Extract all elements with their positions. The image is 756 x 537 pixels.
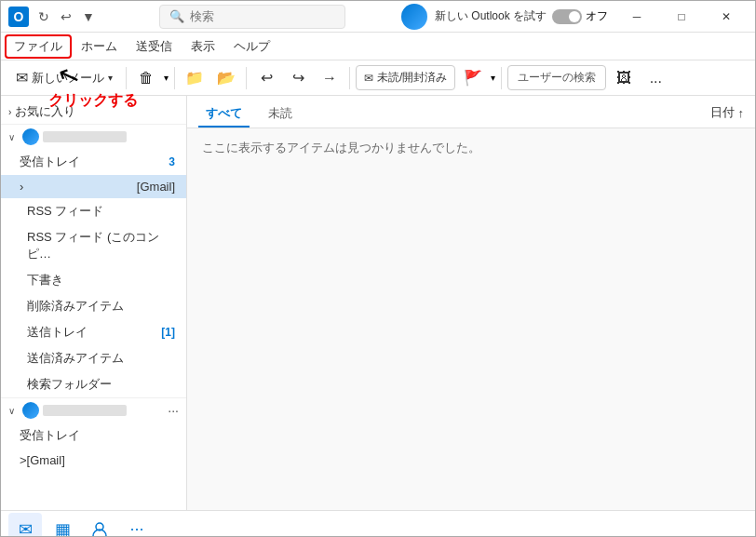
title-bar: O ↻ ↩ ▼ 🔍 新しい Outlook を試す オフ ─ □ ✕: [1, 1, 755, 33]
undo-button[interactable]: ↩: [252, 65, 280, 91]
nav-more-button[interactable]: ···: [120, 513, 154, 538]
menu-send-receive[interactable]: 送受信: [127, 34, 182, 59]
tab-all[interactable]: すべて: [198, 101, 250, 128]
new-email-icon: ✉: [16, 69, 28, 87]
sidebar: › お気に入り ∨ 受信トレイ 3 › [Gmail] RSS フィード RSS…: [1, 96, 187, 510]
deleted-label: 削除済みアイテム: [27, 298, 124, 315]
minimize-button[interactable]: ─: [615, 1, 658, 33]
sidebar-outbox[interactable]: 送信トレイ [1]: [1, 319, 186, 345]
sidebar-rss2[interactable]: RSS フィード (このコンピ…: [1, 224, 186, 267]
account1-header[interactable]: ∨: [1, 124, 186, 149]
unread-icon: ✉: [364, 72, 373, 85]
forward-button[interactable]: →: [316, 65, 344, 91]
undo-title-icon[interactable]: ↩: [57, 7, 75, 26]
toggle-label: オフ: [586, 8, 608, 24]
favorites-label: お気に入り: [15, 103, 75, 120]
sidebar-sent[interactable]: 送信済みアイテム: [1, 345, 186, 371]
outbox-label: 送信トレイ: [27, 324, 88, 341]
bottom-nav: ✉ ▦ ···: [1, 510, 755, 537]
nav-calendar-button[interactable]: ▦: [46, 513, 79, 538]
sep5: [501, 67, 502, 89]
account2-header[interactable]: ∨ ···: [1, 397, 186, 423]
restore-button[interactable]: □: [660, 1, 703, 33]
sidebar-inbox-2[interactable]: 受信トレイ: [1, 423, 186, 449]
account1-avatar: [22, 128, 39, 145]
sync-icon[interactable]: ↻: [34, 7, 53, 26]
favorites-header[interactable]: › お気に入り: [1, 100, 186, 124]
search-input[interactable]: [190, 9, 339, 23]
new-email-caret: ▾: [108, 73, 113, 83]
search-folder-label: 検索フォルダー: [27, 376, 112, 393]
flag-caret[interactable]: ▾: [491, 73, 495, 83]
user-search-button[interactable]: ユーザーの検索: [507, 65, 606, 90]
new-email-label: 新しいメール: [32, 70, 104, 87]
toggle-knob: [569, 11, 580, 22]
sort-button[interactable]: 日付 ↑: [710, 104, 745, 125]
avatar: [401, 4, 427, 30]
inbox-1-label: 受信トレイ: [20, 154, 80, 170]
gmail-label: [Gmail]: [137, 180, 175, 194]
sort-label: 日付: [710, 104, 735, 121]
nav-contacts-button[interactable]: [83, 513, 116, 538]
tab-unread[interactable]: 未読: [261, 101, 300, 128]
gmail-2-label: >[Gmail]: [20, 453, 65, 467]
outbox-badge: [1]: [161, 326, 175, 339]
sidebar-inbox-1[interactable]: 受信トレイ 3: [1, 149, 186, 175]
sent-label: 送信済みアイテム: [27, 350, 124, 367]
user-search-label: ユーザーの検索: [518, 70, 596, 86]
sidebar-rss1[interactable]: RSS フィード: [1, 198, 186, 224]
close-button[interactable]: ✕: [705, 1, 748, 33]
delete-button[interactable]: 🗑: [132, 65, 160, 91]
toolbar: ✉ 新しいメール ▾ 🗑 ▾ 📁 📂 ↩ ↪ → ✉ 未読/開封済み 🚩 ▾ ユ…: [1, 60, 755, 96]
sidebar-gmail-header[interactable]: › [Gmail]: [1, 175, 186, 198]
gmail-chevron: ›: [20, 180, 23, 194]
nav-mail-button[interactable]: ✉: [8, 513, 42, 538]
content-body: ここに表示するアイテムは見つかりませんでした。: [187, 128, 755, 510]
bottom-section: ✉ ▦ ··· フィルター適用 接続中 ▭ ▬ ─ + 100%: [1, 510, 755, 537]
account2-dots[interactable]: ···: [168, 403, 179, 418]
menu-help[interactable]: ヘルプ: [224, 34, 279, 59]
sort-icon: ↑: [738, 106, 745, 120]
title-bar-icons: ↻ ↩ ▼: [34, 7, 98, 26]
sidebar-gmail-2[interactable]: >[Gmail]: [1, 449, 186, 472]
outlook-logo: O: [8, 7, 29, 27]
inbox-2-label: 受信トレイ: [20, 427, 80, 444]
content-area: すべて 未読 日付 ↑ ここに表示するアイテムは見つかりませんでした。: [187, 96, 755, 510]
account2-avatar: [22, 402, 39, 419]
archive-button[interactable]: 📁: [181, 65, 209, 91]
rss2-label: RSS フィード (このコンピ…: [27, 229, 175, 262]
photo-button[interactable]: 🖼: [610, 65, 638, 91]
move-button[interactable]: 📂: [212, 65, 240, 91]
customize-icon[interactable]: ▼: [79, 7, 98, 26]
account2-name: [43, 405, 127, 416]
main-layout: › お気に入り ∨ 受信トレイ 3 › [Gmail] RSS フィード RSS…: [1, 96, 755, 510]
title-bar-left: O ↻ ↩ ▼ 🔍: [8, 5, 401, 29]
account1-chevron: ∨: [8, 132, 15, 142]
account2-chevron: ∨: [8, 406, 15, 416]
sep3: [246, 67, 247, 89]
flag-button[interactable]: 🚩: [459, 65, 487, 91]
redo-button[interactable]: ↪: [284, 65, 312, 91]
new-email-button[interactable]: ✉ 新しいメール ▾: [8, 65, 120, 90]
toggle-switch[interactable]: [552, 9, 582, 24]
unread-label: 未読/開封済み: [377, 70, 447, 86]
more-button[interactable]: ...: [641, 65, 669, 91]
window-controls: ─ □ ✕: [615, 1, 748, 33]
empty-message: ここに表示するアイテムは見つかりませんでした。: [202, 140, 480, 156]
menu-home[interactable]: ホーム: [72, 34, 127, 59]
sep2: [174, 67, 175, 89]
content-tabs: すべて 未読 日付 ↑: [187, 96, 755, 128]
drafts-label: 下書き: [27, 272, 63, 289]
sidebar-deleted[interactable]: 削除済みアイテム: [1, 293, 186, 319]
menu-view[interactable]: 表示: [182, 34, 224, 59]
sidebar-drafts[interactable]: 下書き: [1, 267, 186, 293]
unread-button[interactable]: ✉ 未読/開封済み: [356, 65, 455, 90]
menu-bar: ファイル ホーム 送受信 表示 ヘルプ: [1, 33, 755, 60]
sidebar-search-folder[interactable]: 検索フォルダー: [1, 371, 186, 397]
search-bar[interactable]: 🔍: [159, 5, 345, 29]
rss1-label: RSS フィード: [27, 203, 103, 220]
sep4: [349, 67, 350, 89]
menu-file[interactable]: ファイル: [5, 34, 72, 59]
delete-caret[interactable]: ▾: [164, 73, 169, 83]
sep1: [126, 67, 127, 89]
